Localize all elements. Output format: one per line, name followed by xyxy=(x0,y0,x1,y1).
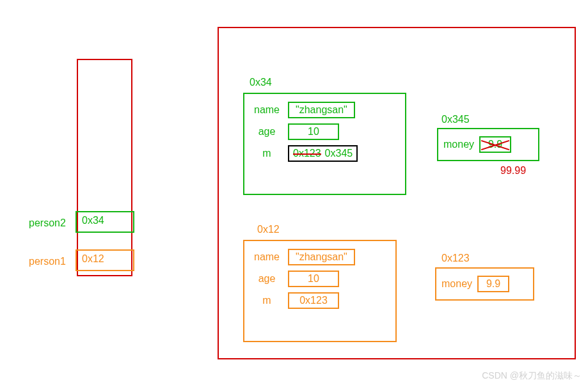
obj34-age-value: 10 xyxy=(288,123,339,140)
person2-value: 0x34 xyxy=(82,215,104,226)
money345-label: money xyxy=(443,139,474,150)
obj34-m-label: m xyxy=(251,148,283,159)
obj12-name-value: "zhangsan" xyxy=(288,249,355,265)
money123-label: money xyxy=(441,278,472,290)
obj34-m-new: 0x345 xyxy=(325,148,353,159)
obj34-name-label: name xyxy=(251,104,283,116)
person2-box: 0x34 xyxy=(75,211,134,233)
watermark: CSDN @秋刀鱼的滋味～ xyxy=(482,370,582,382)
person2-label: person2 xyxy=(29,217,66,229)
cross-icon xyxy=(481,138,510,152)
obj34-m-box: 0x123 0x345 xyxy=(288,145,358,162)
stack-box xyxy=(77,59,132,276)
money123-value: 9.9 xyxy=(477,276,509,292)
money123-box: money 9.9 xyxy=(435,267,534,301)
obj34-box: name "zhangsan" age 10 m 0x123 0x345 xyxy=(243,93,406,195)
money345-old-box: 9.9 xyxy=(479,136,511,153)
person1-value: 0x12 xyxy=(82,253,104,264)
obj12-name-label: name xyxy=(251,251,283,263)
obj12-age-label: age xyxy=(251,273,283,285)
money345-box: money 9.9 xyxy=(437,128,539,161)
money123-address: 0x123 xyxy=(441,253,470,264)
obj34-name-value: "zhangsan" xyxy=(288,102,355,118)
money345-new: 99.99 xyxy=(500,165,526,177)
obj12-age-value: 10 xyxy=(288,271,339,287)
obj12-m-label: m xyxy=(251,295,283,306)
obj12-address: 0x12 xyxy=(257,224,280,235)
money345-address: 0x345 xyxy=(441,114,470,125)
obj34-age-label: age xyxy=(251,126,283,138)
obj12-m-value: 0x123 xyxy=(288,292,339,309)
obj34-m-old: 0x123 xyxy=(293,148,321,159)
obj34-address: 0x34 xyxy=(250,77,272,88)
obj12-box: name "zhangsan" age 10 m 0x123 xyxy=(243,240,397,342)
person1-label: person1 xyxy=(29,256,66,267)
person1-box: 0x12 xyxy=(75,249,134,271)
